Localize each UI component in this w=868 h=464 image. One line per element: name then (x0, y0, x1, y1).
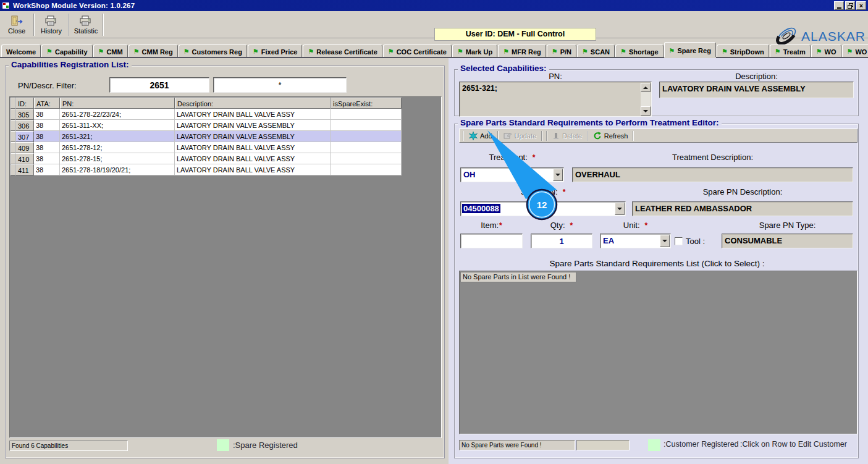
minimize-icon (837, 7, 841, 9)
tab-label: Mark Up (466, 48, 492, 56)
delete-icon (552, 132, 560, 140)
delete-button[interactable]: Delete (549, 132, 585, 140)
close-button[interactable]: Close (1, 13, 32, 36)
tab-p-n[interactable]: ⚑P/N (547, 44, 576, 57)
requirements-list-title: Spare Parts Standard Requirements List (… (455, 259, 859, 268)
spare-editor-panel: Spare Parts Standard Requirements to Per… (454, 124, 859, 458)
dropdown-button[interactable] (553, 169, 563, 181)
table-header-cell[interactable]: Description: (175, 98, 331, 109)
flag-icon: ⚑ (775, 48, 781, 56)
table-header-cell[interactable]: ID: (15, 98, 34, 109)
tab-capability[interactable]: ⚑Capability (41, 44, 92, 57)
toolbar-separator (497, 131, 499, 141)
table-header-cell[interactable]: PN: (60, 98, 175, 109)
update-button[interactable]: Update (500, 132, 539, 140)
table-cell (11, 153, 15, 164)
table-cell (11, 142, 15, 153)
history-button[interactable]: History (36, 13, 67, 36)
flag-icon: ⚑ (816, 48, 822, 56)
pn-label: PN: (459, 72, 652, 81)
table-row[interactable]: 306382651-311-XX;LAVATORY DRAIN VALVE AS… (11, 120, 402, 131)
spare-pn-type-label: Spare PN Type: (722, 221, 853, 230)
flag-icon: ⚑ (253, 48, 259, 56)
table-header-cell[interactable]: ATA: (34, 98, 60, 109)
tab-label: CMM (106, 48, 122, 56)
item-input[interactable] (460, 234, 523, 248)
tool-checkbox[interactable] (675, 237, 683, 245)
treatment-description-box: OVERHAUL (572, 167, 853, 182)
pn-scrollbar[interactable] (641, 83, 651, 116)
tab-spare-reg[interactable]: ⚑Spare Reg (664, 42, 716, 57)
table-row[interactable]: 307382651-321;LAVATORY DRAIN VALVE ASSEM… (11, 131, 402, 142)
filter-label: PN/Descr. Filter: (18, 81, 77, 90)
tab-scan[interactable]: ⚑SCAN (577, 44, 615, 57)
table-cell: 305 (15, 109, 34, 120)
unit-combobox[interactable]: EA (600, 234, 671, 248)
table-row[interactable]: 410382651-278-15;LAVATORY DRAIN BALL VAL… (11, 153, 402, 164)
flag-icon: ⚑ (308, 48, 314, 56)
tab-fixed-price[interactable]: ⚑Fixed Price (248, 44, 303, 57)
requirements-list[interactable]: No Spare Parts in List were Found ! (459, 271, 857, 434)
tab-release-certificate[interactable]: ⚑Release Certificate (303, 44, 382, 57)
table-cell: 38 (34, 142, 60, 153)
tab-cmm[interactable]: ⚑CMM (93, 44, 128, 57)
spare-editor-title: Spare Parts Standard Requirements to Per… (458, 118, 722, 127)
spare-pn-description-box: LEATHER RED AMBASSADOR (632, 201, 853, 216)
capabilities-panel: Capabilities Registration List: PN/Descr… (5, 65, 445, 458)
list-empty-message: No Spare Parts in List were Found ! (460, 272, 576, 282)
selected-description-box: LAVATORY DRAIN VALVE ASSEMBLY (659, 82, 854, 98)
tab-treatm[interactable]: ⚑Treatm (770, 44, 811, 57)
tab-wo-completion[interactable]: ⚑WO Completion (842, 44, 868, 57)
table-header-cell[interactable]: isSpareExist: (331, 98, 402, 109)
table-row[interactable]: 411382651-278-18/19/20/21;LAVATORY DRAIN… (11, 164, 402, 175)
table-cell: 38 (34, 153, 60, 164)
table-cell: 409 (15, 142, 34, 153)
title-bar: WorkShop Module Version: 1.0.267 × (0, 0, 868, 11)
qty-input[interactable] (531, 234, 592, 248)
table-cell (11, 120, 15, 131)
table-cell (11, 164, 15, 175)
treatment-combobox[interactable]: OH (460, 167, 564, 182)
table-row[interactable]: 409382651-278-12;LAVATORY DRAIN BALL VAL… (11, 142, 402, 153)
required-marker: * (499, 221, 502, 230)
table-cell: 2651-278-22/23/24; (60, 109, 175, 120)
tab-mfr-reg[interactable]: ⚑MFR Reg (498, 44, 546, 57)
tab-welcome[interactable]: Welcome (1, 44, 41, 57)
toolbar-separator (546, 131, 547, 141)
statistic-button[interactable]: Statistic (70, 13, 101, 36)
close-icon: × (859, 2, 863, 9)
tab-coc-certificate[interactable]: ⚑COC Certificate (383, 44, 452, 57)
restore-button[interactable] (845, 1, 855, 10)
tab-wo[interactable]: ⚑WO (811, 44, 841, 57)
tab-label: Welcome (6, 48, 36, 56)
spare-registered-label: :Spare Registered (233, 441, 298, 450)
refresh-button[interactable]: Refresh (590, 131, 631, 140)
table-cell: 38 (34, 120, 60, 131)
tab-label: Fixed Price (261, 48, 298, 56)
tab-stripdown[interactable]: ⚑StripDown (717, 44, 769, 57)
add-button[interactable]: Add (466, 131, 495, 141)
flag-icon: ⚑ (620, 48, 626, 56)
descr-filter-input[interactable] (213, 77, 347, 93)
tab-customers-reg[interactable]: ⚑Customers Reg (179, 44, 247, 57)
pn-filter-input[interactable] (109, 77, 209, 93)
tab-label: Shortage (629, 48, 659, 56)
close-window-button[interactable]: × (856, 1, 866, 10)
table-cell (331, 109, 402, 120)
dropdown-button[interactable] (615, 203, 625, 215)
flag-icon: ⚑ (457, 48, 463, 56)
tool-label: Tool : (686, 237, 705, 246)
user-id-banner: User ID: DEM - Full Control (434, 28, 596, 41)
tab-mark-up[interactable]: ⚑Mark Up (452, 44, 497, 57)
capabilities-status: Found 6 Capabilities (9, 441, 128, 451)
tab-cmm-reg[interactable]: ⚑CMM Reg (129, 44, 178, 57)
scroll-up-button[interactable] (641, 83, 651, 92)
tab-shortage[interactable]: ⚑Shortage (615, 44, 664, 57)
table-header-cell[interactable] (11, 98, 15, 109)
spare-pn-combobox[interactable]: 04500088 (460, 201, 626, 216)
table-cell (11, 109, 15, 120)
scroll-down-button[interactable] (641, 106, 651, 116)
table-row[interactable]: 305382651-278-22/23/24;LAVATORY DRAIN BA… (11, 109, 402, 120)
minimize-button[interactable] (834, 1, 844, 10)
dropdown-button[interactable] (660, 235, 670, 247)
